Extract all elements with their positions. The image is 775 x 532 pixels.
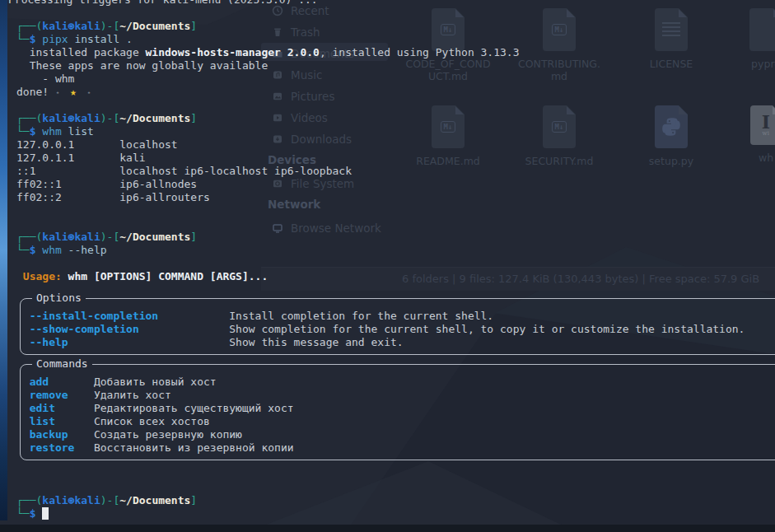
terminal-line: Processing triggers for kali-menu (2025.… [8,0,775,7]
terminal-line: installed package windows-hosts-manager … [16,46,775,59]
terminal-line: - whm [16,72,775,86]
terminal-line: └─$ [16,507,775,520]
desktop-bottom-strip [0,525,775,532]
terminal-line: └─$ whm list [16,125,775,138]
terminal-line: backup Создать резервную копию [16,428,775,441]
terminal-line [16,455,775,468]
terminal-line [16,204,775,217]
terminal-output[interactable]: Processing triggers for kali-menu (2025.… [16,0,775,520]
terminal-cursor [42,507,49,520]
terminal-line: edit Редактировать существующий хост [16,402,775,415]
terminal-line: add Добавить новый хост [16,376,775,389]
terminal-line: restore Восстановить из резервной копии [16,441,775,455]
wallpaper-left-strip [0,0,7,520]
terminal-line: ┌──(kali⊛kali)-[~/Documents] [16,494,775,507]
desktop-screen: RecentTrashDocumentsMusicPicturesVideosD… [0,0,775,532]
terminal-line: ┌──(kali⊛kali)-[~/Documents] [16,112,775,125]
terminal-line: 127.0.0.1 localhost [16,138,775,152]
terminal-line: ff02::1 ip6-allnodes [16,178,775,191]
terminal-line: These apps are now globally available [16,59,775,72]
terminal-line: ::1 localhost ip6-localhost ip6-loopback [16,165,775,178]
terminal-line [16,296,775,310]
terminal-line: remove Удалить хост [16,389,775,402]
terminal-line: └─$ pipx install . [16,33,775,46]
terminal-line [16,283,775,296]
terminal-line: --show-completion Show completion for th… [16,323,775,336]
terminal-line [16,468,775,481]
terminal-line: --install-completion Install completion … [16,310,775,323]
terminal-line [16,481,775,494]
terminal-line [16,257,775,270]
terminal-line: --help Show this message and exit. [16,336,775,349]
terminal-line: Usage: whm [OPTIONS] COMMAND [ARGS]... [16,270,775,283]
terminal-line: 127.0.1.1 kali [16,152,775,165]
terminal-line: done! ⋆ ★ ⋆ [16,86,775,99]
terminal-line [16,7,775,20]
terminal-line: ┌──(kali⊛kali)-[~/Documents] [16,20,775,33]
terminal-line [16,217,775,231]
terminal-line: ff02::2 ip6-allrouters [16,191,775,204]
terminal-line [16,349,775,362]
terminal-line: ┌──(kali⊛kali)-[~/Documents] [16,231,775,244]
terminal-line: └─$ whm --help [16,244,775,257]
terminal-line: list Список всех хостов [16,415,775,428]
terminal-line [16,99,775,112]
terminal-line [16,362,775,376]
